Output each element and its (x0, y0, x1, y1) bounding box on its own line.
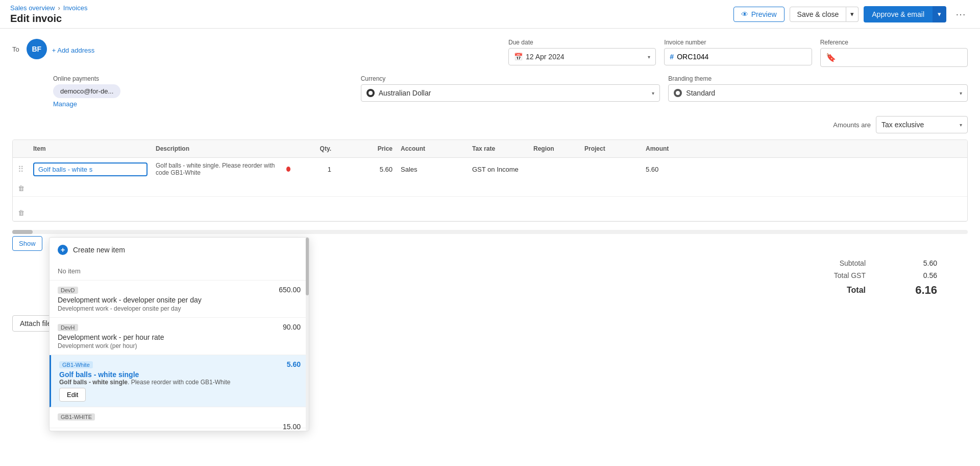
to-section: To BF + Add address (12, 39, 94, 59)
gst-label: Total GST (815, 271, 866, 279)
description-text: Golf balls - white single. Please reorde… (156, 162, 283, 176)
qty-cell-empty (295, 197, 335, 205)
red-dot-indicator (286, 167, 290, 172)
due-date-picker[interactable]: 📅 12 Apr 2024 ▾ (508, 48, 656, 65)
item-name[interactable]: Golf balls - white s (33, 162, 148, 176)
qty-cell[interactable]: 1 (295, 161, 335, 177)
item-subtitle-gb1white: Golf balls - white single. Please reorde… (59, 379, 301, 386)
item-subtitle-devd: Development work - developer onsite per … (58, 305, 301, 312)
tax-cell-empty (468, 197, 529, 205)
dropdown-item-devd[interactable]: DevD 650.00 Development work - developer… (50, 281, 309, 318)
amount-cell-empty (642, 197, 662, 205)
th-qty: Qty. (295, 145, 335, 152)
payment-badge: democo@for-de... (53, 84, 120, 98)
calendar-icon: 📅 (514, 53, 523, 61)
create-new-label: Create new item (73, 246, 125, 254)
item-price-gb1white2: 15.00 (283, 423, 301, 431)
invoice-number-field[interactable] (677, 53, 766, 61)
item-title-devd: Development work - developer onsite per … (58, 296, 301, 304)
dropdown-item-devh[interactable]: DevH 90.00 Development work - per hour r… (50, 318, 309, 355)
item-tag-devd: DevD (58, 287, 78, 294)
item-price-devd: 650.00 (279, 286, 301, 294)
dropdown-scrollbar[interactable] (306, 238, 309, 431)
delete-row-button[interactable]: 🗑 (13, 180, 29, 196)
chevron-down-icon-branding: ▾ (960, 90, 962, 96)
dropdown-item-gb1white[interactable]: GB1-White 5.60 Golf balls - white single… (50, 355, 309, 407)
empty-row: 🗑 (13, 197, 967, 221)
approve-email-button[interactable]: Approve & email (864, 6, 933, 22)
table-row: ⠿ Golf balls - white s Golf balls - whit… (13, 158, 967, 197)
price-cell[interactable]: 5.60 (335, 161, 397, 177)
th-project: Project (580, 145, 642, 152)
show-button[interactable]: Show (12, 236, 42, 251)
page-title: Edit invoic (10, 13, 87, 25)
item-tag-gb1white2: GB1-WHITE (58, 413, 95, 421)
gst-value: 0.56 (896, 271, 937, 279)
preview-button[interactable]: 👁 Preview (733, 7, 785, 22)
branding-selector[interactable]: Standard ▾ (668, 84, 968, 102)
gst-row: Total GST 0.56 (815, 271, 937, 279)
dropdown-item-gb1white2[interactable]: GB1-WHITE 15.00 (50, 407, 309, 428)
account-cell-empty (397, 197, 468, 205)
invoice-number-input[interactable]: # (664, 48, 812, 65)
item-tag-devh: DevH (58, 324, 78, 331)
tax-rate-cell[interactable]: GST on Income (468, 161, 529, 177)
approve-email-group: Approve & email ▾ (864, 6, 946, 22)
online-payments-group: Online payments democo@for-de... Manage (53, 75, 353, 108)
subtotal-label: Subtotal (815, 259, 866, 267)
amounts-are-row: Amounts are Tax exclusive ▾ (12, 116, 968, 133)
item-price-gb1white: 5.60 (287, 360, 301, 368)
horizontal-scrollbar[interactable] (12, 230, 968, 234)
th-tax-rate: Tax rate (468, 145, 529, 152)
region-cell[interactable] (529, 165, 580, 173)
dropdown-scroll-thumb (306, 238, 309, 295)
breadcrumb-sales[interactable]: Sales overview (10, 4, 55, 12)
item-cell[interactable]: Golf balls - white s (29, 158, 152, 180)
breadcrumb-invoices[interactable]: Invoices (63, 4, 88, 12)
th-account: Account (397, 145, 468, 152)
main-content: To BF + Add address Due date 📅 12 Apr 20… (0, 29, 980, 466)
amounts-are-label: Amounts are (833, 121, 871, 129)
amounts-selector[interactable]: Tax exclusive ▾ (876, 116, 968, 133)
add-address-link[interactable]: + Add address (52, 46, 94, 54)
breadcrumb-separator: › (58, 4, 60, 12)
item-dropdown: + Create new item No item DevD 650.00 De… (49, 237, 309, 431)
chevron-down-icon-amounts: ▾ (960, 122, 962, 128)
th-item: Item (29, 145, 152, 152)
drag-handle-empty (13, 197, 29, 205)
reference-field[interactable] (839, 54, 962, 62)
no-item-option[interactable]: No item (50, 262, 309, 281)
delete-empty-row-button[interactable]: 🗑 (13, 205, 29, 221)
plus-icon: + (58, 245, 68, 255)
th-region: Region (529, 145, 580, 152)
currency-selector[interactable]: Australian Dollar ▾ (361, 84, 660, 102)
drag-handle[interactable]: ⠿ (13, 160, 29, 178)
save-close-button[interactable]: Save & close (790, 7, 847, 22)
total-label: Total (815, 286, 866, 295)
online-payments-label: Online payments (53, 75, 353, 82)
bookmark-icon: 🔖 (826, 53, 836, 62)
subtotal-row: Subtotal 5.60 (815, 259, 937, 267)
chevron-down-icon: ▾ (850, 10, 854, 18)
item-title-gb1white: Golf balls - white single (59, 370, 301, 379)
create-new-item-button[interactable]: + Create new item (50, 238, 309, 262)
th-amount: Amount (642, 145, 662, 152)
hash-icon: # (670, 53, 674, 61)
more-options-button[interactable]: ⋯ (951, 6, 970, 22)
chevron-down-icon-approve: ▾ (938, 10, 941, 18)
reference-input[interactable]: 🔖 (820, 48, 968, 67)
top-bar: Sales overview › Invoices Edit invoic 👁 … (0, 0, 980, 29)
manage-link[interactable]: Manage (53, 100, 353, 108)
save-close-group: Save & close ▾ (790, 7, 859, 22)
approve-dropdown-button[interactable]: ▾ (933, 6, 946, 22)
th-drag (13, 145, 29, 152)
scroll-thumb (12, 230, 33, 234)
account-cell[interactable]: Sales (397, 161, 468, 177)
description-cell[interactable]: Golf balls - white single. Please reorde… (152, 158, 295, 180)
edit-item-button[interactable]: Edit (59, 388, 86, 402)
reference-group: Reference 🔖 (820, 39, 968, 67)
save-dropdown-button[interactable]: ▾ (846, 7, 859, 22)
item-cell-empty[interactable] (29, 197, 152, 205)
th-price: Price (335, 145, 397, 152)
project-cell[interactable] (580, 165, 642, 173)
